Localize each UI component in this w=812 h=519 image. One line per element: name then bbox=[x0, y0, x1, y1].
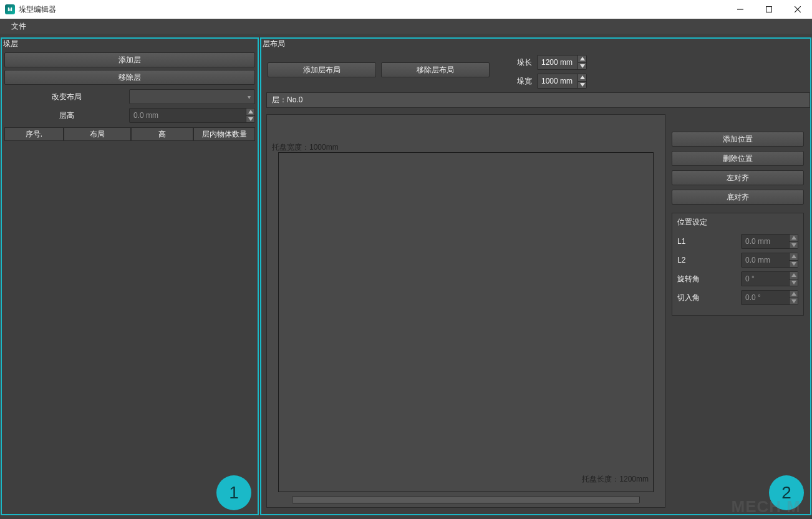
rotation-value: 0 ° bbox=[745, 274, 755, 283]
canvas-width-label: 托盘宽度：1000mm bbox=[272, 142, 339, 153]
current-layer-tag[interactable]: 层：No.0 bbox=[266, 92, 810, 108]
maximize-button[interactable] bbox=[755, 0, 783, 19]
layer-height-input[interactable]: 0.0 mm bbox=[129, 108, 255, 123]
panel-1-badge: 1 bbox=[216, 475, 251, 510]
align-bottom-button[interactable]: 底对齐 bbox=[672, 190, 804, 205]
layers-table-header: 序号. 布局 高 层内物体数量 bbox=[4, 127, 255, 141]
align-left-button[interactable]: 左对齐 bbox=[672, 170, 804, 185]
cutin-label: 切入角 bbox=[677, 293, 737, 303]
layout-panel: 层布局 添加层布局 移除层布局 垛长 1200 mm bbox=[260, 37, 811, 515]
minimize-button[interactable] bbox=[726, 0, 755, 19]
col-count[interactable]: 层内物体数量 bbox=[193, 127, 255, 141]
l1-label: L1 bbox=[677, 237, 737, 246]
spin-down-icon[interactable] bbox=[246, 116, 254, 123]
panel-2-badge: 2 bbox=[769, 475, 804, 510]
canvas-area[interactable] bbox=[278, 152, 654, 492]
chevron-down-icon: ▾ bbox=[248, 94, 251, 100]
l2-input[interactable]: 0.0 mm bbox=[741, 253, 798, 268]
spin-up-icon[interactable] bbox=[789, 235, 798, 242]
spin-up-icon[interactable] bbox=[789, 253, 798, 261]
rotation-input[interactable]: 0 ° bbox=[741, 271, 798, 286]
remove-layer-button[interactable]: 移除层 bbox=[4, 70, 255, 85]
window-title: 垛型编辑器 bbox=[19, 4, 56, 15]
col-layout[interactable]: 布局 bbox=[64, 127, 131, 141]
add-layer-layout-button[interactable]: 添加层布局 bbox=[268, 62, 376, 77]
layer-height-label: 层高 bbox=[4, 110, 129, 121]
spin-down-icon[interactable] bbox=[578, 63, 586, 70]
spin-up-icon[interactable] bbox=[789, 291, 798, 298]
svg-rect-0 bbox=[766, 7, 772, 12]
spin-down-icon[interactable] bbox=[578, 82, 586, 89]
spin-up-icon[interactable] bbox=[578, 56, 586, 63]
add-position-button[interactable]: 添加位置 bbox=[672, 132, 804, 147]
pallet-length-value: 1200 mm bbox=[541, 58, 573, 67]
pallet-width-input[interactable]: 1000 mm bbox=[537, 74, 587, 89]
cutin-input[interactable]: 0.0 ° bbox=[741, 290, 798, 305]
title-bar: M 垛型编辑器 bbox=[0, 0, 812, 19]
spin-up-icon[interactable] bbox=[789, 272, 798, 279]
layout-panel-title: 层布局 bbox=[261, 39, 810, 50]
pallet-length-input[interactable]: 1200 mm bbox=[537, 55, 587, 70]
spin-up-icon[interactable] bbox=[578, 74, 586, 82]
col-height[interactable]: 高 bbox=[131, 127, 193, 141]
horizontal-scrollbar[interactable] bbox=[292, 496, 640, 503]
menu-file[interactable]: 文件 bbox=[7, 19, 30, 34]
spin-down-icon[interactable] bbox=[789, 261, 798, 268]
main-area: 垛层 添加层 移除层 改变布局 ▾ 层高 0.0 mm bbox=[0, 34, 812, 519]
spin-down-icon[interactable] bbox=[789, 298, 798, 305]
col-seq[interactable]: 序号. bbox=[4, 127, 64, 141]
spin-down-icon[interactable] bbox=[789, 279, 798, 286]
l2-value: 0.0 mm bbox=[745, 256, 770, 264]
remove-layer-layout-button[interactable]: 移除层布局 bbox=[381, 62, 490, 77]
position-tools: 添加位置 删除位置 左对齐 底对齐 位置设定 L1 0.0 mm bbox=[672, 132, 804, 508]
layer-height-value: 0.0 mm bbox=[133, 111, 158, 120]
layout-canvas[interactable]: 托盘宽度：1000mm 托盘长度：1200mm bbox=[266, 114, 665, 508]
cutin-value: 0.0 ° bbox=[745, 293, 761, 302]
pallet-width-value: 1000 mm bbox=[541, 77, 573, 85]
add-layer-button[interactable]: 添加层 bbox=[4, 52, 255, 67]
rotation-label: 旋转角 bbox=[677, 274, 737, 284]
delete-position-button[interactable]: 删除位置 bbox=[672, 151, 804, 166]
menu-bar: 文件 bbox=[0, 19, 812, 34]
l1-input[interactable]: 0.0 mm bbox=[741, 234, 798, 249]
app-icon: M bbox=[5, 4, 15, 14]
layers-panel: 垛层 添加层 移除层 改变布局 ▾ 层高 0.0 mm bbox=[1, 37, 259, 515]
change-layout-label: 改变布局 bbox=[4, 92, 129, 102]
canvas-length-label: 托盘长度：1200mm bbox=[582, 474, 649, 485]
spin-up-icon[interactable] bbox=[246, 109, 254, 116]
l2-label: L2 bbox=[677, 256, 737, 264]
change-layout-combo[interactable]: ▾ bbox=[129, 89, 255, 104]
position-settings-group: 位置设定 L1 0.0 mm L2 bbox=[672, 213, 804, 316]
l1-value: 0.0 mm bbox=[745, 237, 770, 246]
pallet-length-label: 垛长 bbox=[513, 57, 532, 68]
layers-panel-title: 垛层 bbox=[2, 39, 258, 50]
pallet-width-label: 垛宽 bbox=[513, 76, 532, 87]
close-button[interactable] bbox=[783, 0, 812, 19]
spin-down-icon[interactable] bbox=[789, 242, 798, 249]
position-settings-title: 位置设定 bbox=[677, 217, 798, 228]
